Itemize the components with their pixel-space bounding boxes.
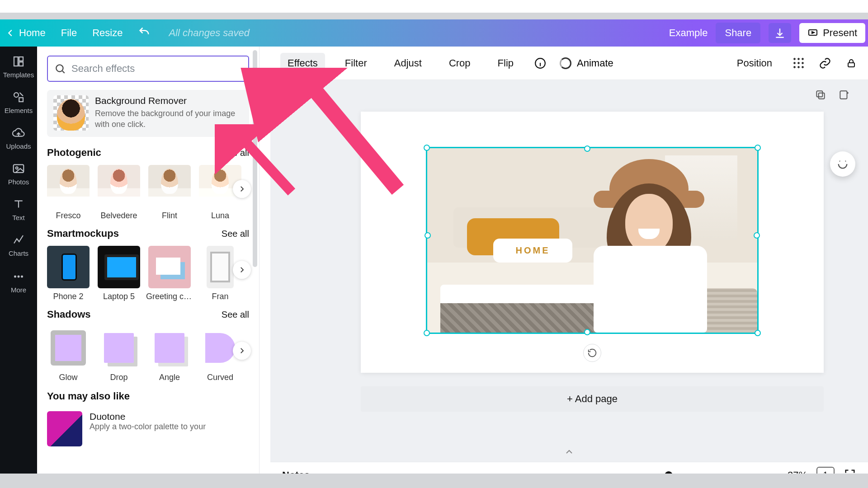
smartmockups-tile[interactable]: Greeting car…: [148, 246, 191, 301]
browser-chrome-bottom: [0, 474, 868, 488]
photogenic-tile[interactable]: Fresco: [47, 165, 90, 221]
tab-crop[interactable]: Crop: [442, 53, 478, 74]
tab-adjust[interactable]: Adjust: [387, 53, 429, 74]
section-photogenic-seeall[interactable]: See all: [222, 148, 249, 158]
page-panel-toggle[interactable]: [564, 446, 575, 459]
row-next-button[interactable]: [233, 261, 251, 279]
scrollbar-thumb[interactable]: [253, 50, 257, 267]
section-photogenic-title: Photogenic: [47, 147, 101, 159]
link-icon: [819, 57, 831, 70]
bg-remover-title: Background Remover: [95, 95, 241, 106]
magic-button[interactable]: [830, 151, 855, 177]
photogenic-tile[interactable]: Belvedere: [98, 165, 140, 221]
home-button[interactable]: Home: [5, 27, 46, 39]
rail-charts-label: Charts: [9, 249, 28, 257]
rotate-button[interactable]: [583, 344, 601, 362]
resize-handle[interactable]: [755, 330, 761, 336]
resize-handle[interactable]: [425, 232, 431, 239]
download-button[interactable]: [769, 23, 791, 43]
svg-point-7: [16, 167, 18, 169]
undo-button[interactable]: [138, 26, 151, 40]
rail-templates[interactable]: Templates: [0, 55, 37, 79]
share-button[interactable]: Share: [716, 23, 760, 43]
duotone-desc: Apply a two-color palette to your: [90, 422, 206, 432]
bg-remover-desc: Remove the background of your image with…: [95, 108, 241, 130]
resize-handle[interactable]: [754, 232, 760, 239]
tab-position[interactable]: Position: [730, 53, 779, 74]
svg-rect-16: [840, 91, 847, 99]
add-page-button[interactable]: [836, 87, 852, 103]
animate-button[interactable]: Animate: [560, 57, 613, 69]
chevron-right-icon: [238, 266, 246, 274]
duplicate-page-button[interactable]: [813, 87, 828, 103]
shadows-tile[interactable]: Glow: [47, 327, 90, 382]
file-menu[interactable]: File: [61, 27, 77, 39]
shadows-tile-label: Glow: [59, 373, 77, 382]
photogenic-tile[interactable]: Flint: [148, 165, 191, 221]
more-icon: [12, 270, 25, 283]
info-icon: [534, 57, 546, 69]
canvas-area[interactable]: HOME + Add page: [270, 80, 868, 462]
tab-effects[interactable]: Effects: [280, 53, 325, 74]
chevron-left-icon: [5, 28, 15, 38]
shadows-tile-label: Curved: [207, 373, 233, 382]
search-input[interactable]: [71, 63, 242, 75]
resize-handle[interactable]: [755, 145, 761, 151]
photogenic-tile-label: Fresco: [56, 211, 80, 221]
sidebar-scrollbar[interactable]: [251, 50, 259, 461]
svg-point-8: [14, 276, 16, 278]
section-smartmockups-seeall[interactable]: See all: [222, 229, 249, 239]
image-face: [625, 194, 673, 253]
shadows-tile[interactable]: Drop: [98, 327, 140, 382]
section-shadows-seeall[interactable]: See all: [222, 310, 249, 320]
sparkle-icon: [836, 158, 849, 170]
search-box[interactable]: [47, 56, 249, 82]
svg-rect-13: [848, 63, 854, 67]
rail-photos[interactable]: Photos: [0, 162, 37, 186]
info-button[interactable]: [533, 56, 547, 70]
example-button[interactable]: Example: [669, 27, 708, 39]
smartmockups-tile[interactable]: Laptop 5: [98, 246, 140, 301]
row-next-button[interactable]: [233, 180, 251, 198]
chevron-right-icon: [238, 185, 246, 193]
resize-handle[interactable]: [584, 145, 590, 152]
elements-icon: [12, 90, 25, 104]
present-label: Present: [823, 27, 857, 39]
present-button[interactable]: Present: [799, 23, 865, 43]
shadows-tile[interactable]: Angle: [148, 327, 191, 382]
shadows-tile-label: Drop: [110, 373, 127, 382]
rotate-icon: [587, 348, 597, 358]
smartmockups-tile[interactable]: Phone 2: [47, 246, 90, 301]
resize-handle[interactable]: [424, 145, 430, 151]
photogenic-tile-label: Luna: [211, 211, 229, 221]
rail-text[interactable]: Text: [0, 197, 37, 221]
context-toolbar: Effects Filter Adjust Crop Flip Animate …: [270, 47, 868, 80]
lock-button[interactable]: [844, 56, 858, 70]
resize-handle[interactable]: [424, 330, 430, 336]
smartmockups-tile-label: Fran: [212, 292, 228, 301]
section-smartmockups-title: Smartmockups: [47, 228, 119, 239]
duotone-card[interactable]: Duotone Apply a two-color palette to you…: [47, 411, 249, 446]
rail-templates-label: Templates: [3, 71, 34, 79]
resize-menu[interactable]: Resize: [92, 27, 123, 39]
templates-icon: [12, 55, 25, 68]
selected-image[interactable]: HOME: [426, 147, 759, 334]
rail-charts[interactable]: Charts: [0, 233, 37, 257]
duplicate-icon: [815, 89, 826, 101]
lock-icon: [846, 58, 857, 69]
row-next-button[interactable]: [233, 342, 251, 360]
tab-filter[interactable]: Filter: [338, 53, 374, 74]
rail-more[interactable]: More: [0, 270, 37, 294]
rail-uploads[interactable]: Uploads: [0, 126, 37, 150]
chevron-right-icon: [238, 347, 246, 355]
tab-flip[interactable]: Flip: [491, 53, 521, 74]
transparency-button[interactable]: [792, 56, 806, 70]
rail-elements[interactable]: Elements: [0, 90, 37, 114]
add-page-bar[interactable]: + Add page: [361, 386, 824, 412]
bg-remover-card[interactable]: Background Remover Remove the background…: [47, 90, 249, 137]
resize-handle[interactable]: [584, 329, 590, 335]
uploads-icon: [12, 126, 25, 140]
shadows-tile-label: Angle: [159, 373, 180, 382]
link-button[interactable]: [818, 56, 832, 70]
photogenic-tile-label: Flint: [162, 211, 177, 221]
